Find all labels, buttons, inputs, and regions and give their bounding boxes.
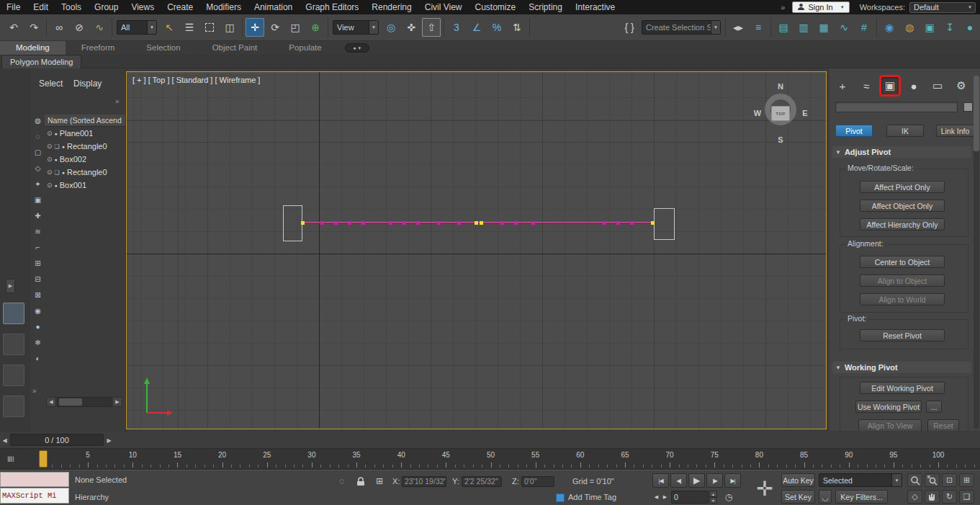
set-key-button[interactable]: Set Key	[781, 490, 815, 504]
affect-object-only-button[interactable]: Affect Object Only	[860, 200, 945, 212]
scroll-left-button[interactable]: ◀	[46, 397, 56, 407]
selection-set-dropdown[interactable]: Selected ▼	[819, 473, 902, 487]
viewcube-top-face[interactable]: TOP	[771, 106, 790, 121]
spline-vertex[interactable]	[348, 221, 351, 225]
reset-pivot-button[interactable]: Reset Pivot	[860, 329, 945, 341]
go-to-start-button[interactable]: |◀	[652, 473, 669, 488]
adjust-pivot-rollout[interactable]: ▼ Adjust Pivot	[832, 146, 971, 158]
absolute-offset-mode-icon[interactable]: ⊞	[373, 475, 386, 488]
viewport-layout-tab[interactable]	[3, 395, 24, 417]
ribbon-tab-selection[interactable]: Selection	[130, 41, 196, 55]
material-editor-icon[interactable]: ◉	[880, 18, 899, 37]
align-to-world-button[interactable]: Align to World	[860, 293, 945, 305]
object-color-swatch[interactable]	[963, 102, 973, 112]
spline-vertex[interactable]	[437, 221, 441, 225]
time-slider-handle[interactable]	[39, 450, 48, 468]
display-cameras-icon[interactable]: ▣	[32, 194, 44, 206]
play-button[interactable]: ▶	[688, 473, 705, 488]
maxscript-mini-listener[interactable]: MAXScript Mi	[0, 488, 69, 504]
go-to-end-button[interactable]: ▶|	[724, 473, 741, 488]
menu-scripting[interactable]: Scripting	[522, 0, 569, 14]
spline-vertex[interactable]	[514, 221, 518, 225]
spline-vertex[interactable]	[416, 221, 420, 225]
render-production-icon[interactable]: ●	[961, 18, 979, 37]
display-spacewarps-icon[interactable]: ≋	[32, 225, 44, 238]
select-and-link-icon[interactable]: ∞	[50, 18, 68, 37]
render-cloud-icon[interactable]: ↧	[940, 18, 959, 37]
rendered-frame-icon[interactable]: ▣	[920, 18, 939, 37]
scene-object-row[interactable]: ⊙❏●Rectangle0	[45, 140, 126, 153]
new-key-tangent-button[interactable]: ◡	[819, 490, 832, 504]
compass-north[interactable]: N	[775, 82, 786, 91]
display-xrefs-icon[interactable]: ⊠	[32, 289, 44, 301]
scroll-right-button[interactable]: ▶	[112, 397, 122, 407]
keying-controls-icon[interactable]: ✛	[752, 474, 777, 503]
display-lights-icon[interactable]: ✦	[32, 178, 44, 190]
motion-tab[interactable]: ●	[905, 77, 922, 94]
name-column-header[interactable]: Name (Sorted Ascend	[45, 115, 126, 127]
window-crossing-icon[interactable]: ◫	[220, 18, 239, 37]
spline-vertex[interactable]	[389, 221, 392, 225]
scene-object-row[interactable]: ⊙●Plane001	[45, 127, 126, 140]
align-to-view-button[interactable]: Align To View	[858, 419, 922, 431]
percent-snap-icon[interactable]: %	[487, 18, 506, 37]
menu-interactive[interactable]: Interactive	[569, 0, 621, 14]
explorer-toolbar-overflow-chevron[interactable]: »	[32, 387, 37, 395]
spline-vertex[interactable]	[603, 221, 606, 225]
spline-vertex[interactable]	[480, 221, 483, 225]
viewport-layout-tab[interactable]	[3, 303, 24, 324]
x-coordinate-field[interactable]: 23'10 19/32"	[402, 476, 446, 487]
rectangle-object-left[interactable]	[283, 205, 302, 241]
select-and-manipulate-icon[interactable]: ✜	[402, 18, 421, 37]
affect-pivot-only-button[interactable]: Affect Pivot Only	[860, 181, 945, 193]
visibility-eye-icon[interactable]: ⊙	[47, 182, 53, 189]
display-helpers-icon[interactable]: ✚	[32, 210, 44, 222]
spline-vertex[interactable]	[334, 221, 338, 225]
panel-expander-button[interactable]: ▶	[6, 279, 15, 293]
visibility-eye-icon[interactable]: ⊙	[47, 156, 53, 163]
compass-south[interactable]: S	[775, 135, 786, 144]
bind-to-space-warp-icon[interactable]: ∿	[90, 18, 109, 37]
select-and-move-icon[interactable]: ✛	[246, 18, 264, 37]
spin-up-icon[interactable]: ▲	[709, 491, 717, 497]
sign-in-button[interactable]: Sign In ▼	[792, 1, 849, 13]
z-coordinate-field[interactable]: 0'0"	[521, 476, 554, 487]
display-objects-icon[interactable]: ●	[32, 321, 44, 333]
scene-object-row[interactable]: ⊙●Box001	[45, 179, 126, 192]
zoom-extents-button[interactable]: ⊡	[942, 473, 957, 487]
named-selection-dropdown[interactable]: Create Selection Se▼	[642, 20, 721, 35]
polygon-modeling-panel[interactable]: Polygon Modeling	[1, 55, 81, 68]
spline-vertex[interactable]	[457, 221, 461, 225]
align-icon[interactable]: ≡	[749, 18, 768, 37]
display-frozen-icon[interactable]: ❄	[32, 336, 44, 349]
chevron-down-icon[interactable]: ▼	[147, 21, 156, 34]
display-shapes-icon[interactable]: ◇	[32, 162, 44, 174]
isolate-selection-icon[interactable]: ◌	[336, 475, 349, 488]
spline-vertex[interactable]	[630, 221, 634, 225]
spline-object[interactable]	[302, 220, 653, 226]
scrollbar-thumb[interactable]	[59, 398, 82, 406]
chevron-down-icon[interactable]: ▼	[711, 21, 720, 34]
viewport-layout-tab[interactable]	[3, 334, 24, 355]
object-name-field[interactable]	[835, 102, 958, 112]
selection-filter-dropdown[interactable]: All▼	[117, 20, 157, 35]
menu-animation[interactable]: Animation	[248, 0, 299, 14]
select-and-scale-icon[interactable]: ◰	[286, 18, 305, 37]
working-pivot-options-button[interactable]: ...	[926, 401, 942, 413]
ribbon-tab-populate[interactable]: Populate	[273, 41, 337, 55]
render-setup-icon[interactable]: ◍	[900, 18, 919, 37]
utilities-tab[interactable]: ⚙	[953, 77, 970, 94]
select-by-name-icon[interactable]: ☰	[180, 18, 199, 37]
display-materials-icon[interactable]: ◉	[32, 305, 44, 317]
select-and-place-icon[interactable]: ⊕	[306, 18, 325, 37]
add-time-tag[interactable]: Add Time Tag	[568, 493, 616, 501]
next-frame-arrow[interactable]: ▶	[105, 434, 113, 446]
scene-object-row[interactable]: ⊙❏●Rectangle0	[45, 166, 126, 179]
menu-graph-editors[interactable]: Graph Editors	[299, 0, 365, 14]
orbit-button[interactable]: ↻	[942, 490, 957, 504]
redo-button[interactable]: ↷	[24, 18, 43, 37]
time-configuration-button[interactable]: ◷	[722, 491, 735, 504]
spline-vertex[interactable]	[616, 221, 620, 225]
scrollbar-track[interactable]	[57, 397, 112, 407]
select-object-icon[interactable]: ↖	[160, 18, 179, 37]
